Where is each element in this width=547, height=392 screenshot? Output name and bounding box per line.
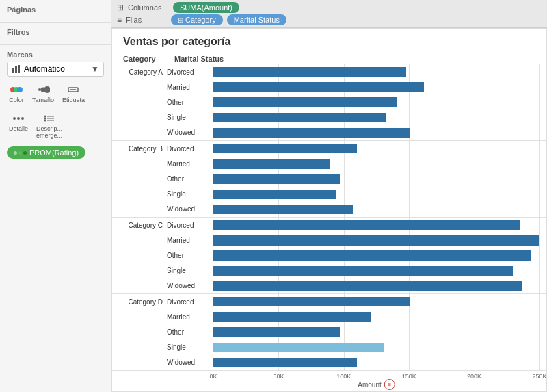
marital-label: Widowed [167, 358, 213, 366]
data-bar [213, 358, 357, 367]
x-tick-label: 100K [336, 373, 351, 380]
bar-container [213, 171, 546, 186]
data-bar [213, 297, 410, 306]
dots-icon [14, 151, 27, 155]
category-group: Category BDivorcedMarriedOtherSingleWido… [112, 141, 546, 218]
x-tick-label: 150K [402, 373, 416, 380]
data-bar [213, 266, 513, 276]
marital-label: Widowed [167, 282, 213, 289]
bar-row: Category BDivorced [112, 141, 546, 156]
etiqueta-button[interactable]: Etiqueta [60, 82, 87, 105]
descrip-button[interactable]: Descrip... emerge... [34, 111, 64, 141]
x-tick-label: 0K [209, 373, 217, 380]
marital-label: Other [167, 99, 213, 106]
bar-container [213, 324, 546, 339]
rows-toolbar-line: ≡ Filas ⊞ Category Marital Status [117, 14, 542, 25]
data-bar [213, 312, 371, 322]
bar-row: Married [112, 156, 546, 171]
bar-chart-grid: Category ADivorcedMarriedOtherSingleWido… [112, 64, 546, 371]
marital-label: Single [167, 267, 213, 274]
bar-container [213, 294, 546, 309]
rows-icon: ≡ [117, 15, 122, 25]
data-bar [213, 205, 353, 214]
chart-body: Category ADivorcedMarriedOtherSingleWido… [112, 64, 546, 391]
category-group: Category ADivorcedMarriedOtherSingleWido… [112, 64, 546, 141]
color-button[interactable]: Color [7, 82, 26, 105]
category-label: Category C [112, 222, 167, 229]
category-pill[interactable]: ⊞ Category [171, 14, 223, 25]
header-marital: Marital Status [174, 55, 226, 63]
suma-amount-pill[interactable]: SUMA(Amount) [173, 2, 239, 13]
bar-container [213, 94, 546, 109]
svg-point-12 [17, 117, 20, 120]
svg-point-13 [21, 117, 24, 120]
amount-label: Amount [358, 381, 381, 389]
bar-row: Widowed [112, 125, 546, 140]
x-axis: 0K50K100K150K200K250KAmount≡ [213, 371, 539, 391]
columnas-label: Columnas [128, 3, 169, 12]
data-bar [213, 144, 357, 153]
marital-label: Other [167, 252, 213, 259]
bar-container [213, 64, 546, 79]
marital-label: Divorced [167, 222, 213, 229]
tamano-button[interactable]: Tamaño [30, 82, 56, 105]
svg-rect-2 [18, 65, 20, 73]
marital-label: Single [167, 114, 213, 121]
category-group: Category DDivorcedMarriedOtherSingleWido… [112, 294, 546, 371]
sidebar: Páginas Filtros Marcas Automático ▼ Colo… [0, 0, 111, 392]
data-bar [213, 113, 386, 122]
automatico-dropdown[interactable]: Automático ▼ [7, 62, 104, 77]
tamano-icon [36, 84, 51, 95]
bar-row: Category ADivorced [112, 64, 546, 79]
marital-label: Married [167, 237, 213, 244]
columns-toolbar-line: ⊞ Columnas SUMA(Amount) [117, 2, 542, 13]
filtros-section: Filtros [0, 23, 111, 45]
bar-container [213, 218, 546, 233]
marital-label: Divorced [167, 298, 213, 306]
bar-row: Single [112, 110, 546, 125]
data-bar [213, 235, 539, 245]
marcas-label: Marcas [7, 51, 104, 59]
data-bar [213, 281, 522, 291]
bar-container [213, 202, 546, 217]
data-bar [213, 159, 330, 168]
marcas-section: Marcas Automático ▼ Color Tamaño [0, 45, 111, 164]
marital-label: Divorced [167, 145, 213, 153]
marital-status-pill[interactable]: Marital Status [227, 14, 286, 25]
columns-icon: ⊞ [117, 3, 124, 12]
data-bar [213, 190, 336, 199]
bar-container [213, 156, 546, 171]
category-group: Category CDivorcedMarriedOtherSingleWido… [112, 218, 546, 294]
svg-point-11 [13, 117, 16, 120]
prom-rating-badge[interactable]: PROM(Rating) [7, 146, 85, 159]
bar-container [213, 278, 546, 293]
dropdown-arrow-icon: ▼ [91, 64, 99, 74]
bar-row: Widowed [112, 278, 546, 293]
data-bar [213, 174, 340, 183]
data-bar [213, 82, 424, 92]
marital-label: Other [167, 175, 213, 183]
sort-button[interactable]: ≡ [384, 379, 395, 390]
bar-row: Widowed [112, 202, 546, 217]
marital-label: Widowed [167, 129, 213, 136]
x-axis-label: Amount≡ [358, 379, 395, 390]
data-bar [213, 97, 397, 107]
etiqueta-icon [66, 84, 81, 95]
category-label: Category B [112, 145, 167, 153]
data-bar [213, 327, 340, 337]
category-label: Category D [112, 298, 167, 306]
bar-row: Single [112, 340, 546, 355]
x-tick-label: 50K [273, 373, 284, 380]
detalle-button[interactable]: Detalle [7, 111, 30, 141]
x-tick-label: 250K [532, 373, 546, 380]
bar-row: Category CDivorced [112, 218, 546, 233]
marks-icons-row: Color Tamaño Etiqueta [7, 82, 104, 105]
bar-container [213, 340, 546, 355]
bar-row: Other [112, 171, 546, 186]
bar-row: Single [112, 187, 546, 202]
bar-row: Category DDivorced [112, 294, 546, 309]
bar-row: Widowed [112, 355, 546, 370]
bar-row: Other [112, 94, 546, 109]
x-tick-label: 200K [467, 373, 481, 380]
filas-label: Filas [126, 16, 167, 24]
